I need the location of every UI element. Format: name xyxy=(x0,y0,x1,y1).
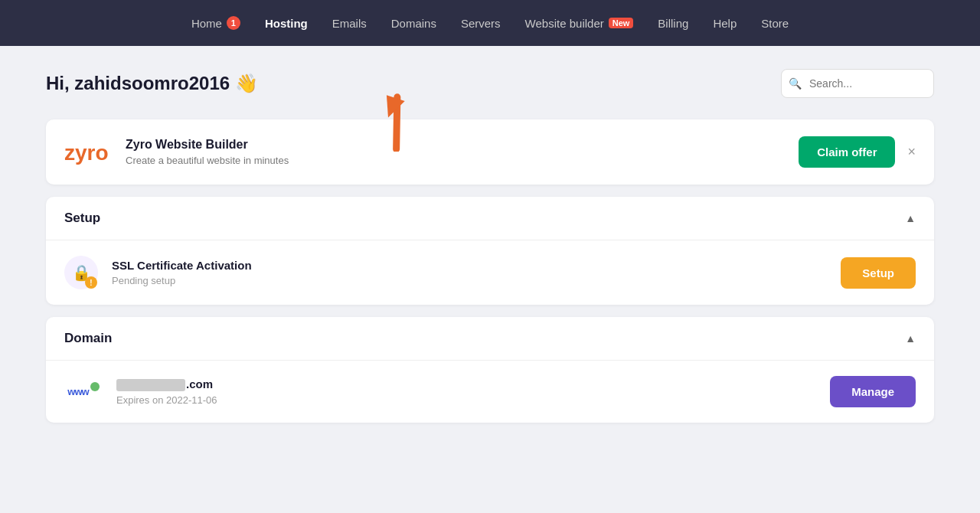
zyro-card-actions: Claim offer × xyxy=(799,136,916,168)
search-box: 🔍 xyxy=(781,69,934,98)
ssl-title: SSL Certificate Activation xyxy=(112,259,252,272)
domain-content: www .com Expires on 2022-11-06 Manage xyxy=(46,361,934,423)
domain-chevron-icon: ▲ xyxy=(905,332,916,345)
www-icon: www xyxy=(64,377,103,407)
nav-home[interactable]: Home 1 xyxy=(191,16,240,30)
claim-offer-button[interactable]: Claim offer xyxy=(799,136,895,168)
main-content: Hi, zahidsoomro2016 👋 🔍 zyro Zyro Websit… xyxy=(31,46,949,458)
close-zyro-button[interactable]: × xyxy=(907,144,916,160)
nav-store-label: Store xyxy=(761,17,789,30)
domain-title: Domain xyxy=(64,331,112,346)
nav-store[interactable]: Store xyxy=(761,17,789,30)
nav-home-badge: 1 xyxy=(227,16,240,30)
zyro-subtitle: Create a beautiful website in minutes xyxy=(126,155,289,166)
nav-new-badge: New xyxy=(609,18,634,28)
setup-chevron-icon: ▲ xyxy=(905,212,916,224)
svg-text:zyro: zyro xyxy=(64,141,109,165)
nav-domains-label: Domains xyxy=(391,17,436,30)
nav-home-label: Home xyxy=(191,17,222,30)
domain-blur xyxy=(116,379,185,391)
domain-section-card: Domain ▲ www .com Expires on 2022-11-06 … xyxy=(46,317,934,423)
zyro-logo: zyro xyxy=(64,139,110,166)
nav-billing-label: Billing xyxy=(658,17,688,30)
ssl-status: Pending setup xyxy=(112,275,252,286)
nav-emails[interactable]: Emails xyxy=(332,17,367,30)
nav-help[interactable]: Help xyxy=(713,17,737,30)
nav-website-builder[interactable]: Website builder New xyxy=(525,17,634,30)
ssl-info: SSL Certificate Activation Pending setup xyxy=(112,259,252,286)
domain-name: .com xyxy=(116,377,217,391)
nav-emails-label: Emails xyxy=(332,17,367,30)
setup-button[interactable]: Setup xyxy=(841,257,916,289)
nav-help-label: Help xyxy=(713,17,737,30)
www-label: www xyxy=(67,386,99,397)
setup-section-card: Setup ▲ 🔒 ! SSL Certificate Activation P… xyxy=(46,197,934,305)
manage-button[interactable]: Manage xyxy=(830,376,916,407)
navbar: Home 1 Hosting Emails Domains Servers We… xyxy=(0,0,980,46)
nav-hosting[interactable]: Hosting xyxy=(265,17,308,30)
ssl-icon: 🔒 ! xyxy=(64,256,98,289)
zyro-title: Zyro Website Builder xyxy=(126,138,289,152)
nav-website-builder-label: Website builder xyxy=(525,17,604,30)
nav-servers[interactable]: Servers xyxy=(461,17,501,30)
domain-info: .com Expires on 2022-11-06 xyxy=(116,377,217,406)
setup-content: 🔒 ! SSL Certificate Activation Pending s… xyxy=(46,240,934,305)
search-input[interactable] xyxy=(781,69,934,98)
ssl-dot-icon: ! xyxy=(85,276,97,289)
domain-expires: Expires on 2022-11-06 xyxy=(116,394,217,406)
nav-domains[interactable]: Domains xyxy=(391,17,436,30)
search-icon: 🔍 xyxy=(789,77,802,90)
domain-suffix: .com xyxy=(186,377,213,390)
nav-billing[interactable]: Billing xyxy=(658,17,688,30)
zyro-banner-card: zyro Zyro Website Builder Create a beaut… xyxy=(46,119,934,185)
zyro-text: Zyro Website Builder Create a beautiful … xyxy=(126,138,289,166)
setup-section-header[interactable]: Setup ▲ xyxy=(46,197,934,240)
nav-servers-label: Servers xyxy=(461,17,501,30)
domain-section-header[interactable]: Domain ▲ xyxy=(46,317,934,360)
greeting-row: Hi, zahidsoomro2016 👋 🔍 xyxy=(46,69,934,98)
setup-title: Setup xyxy=(64,211,100,226)
greeting-text: Hi, zahidsoomro2016 👋 xyxy=(46,73,258,94)
nav-hosting-label: Hosting xyxy=(265,17,308,30)
